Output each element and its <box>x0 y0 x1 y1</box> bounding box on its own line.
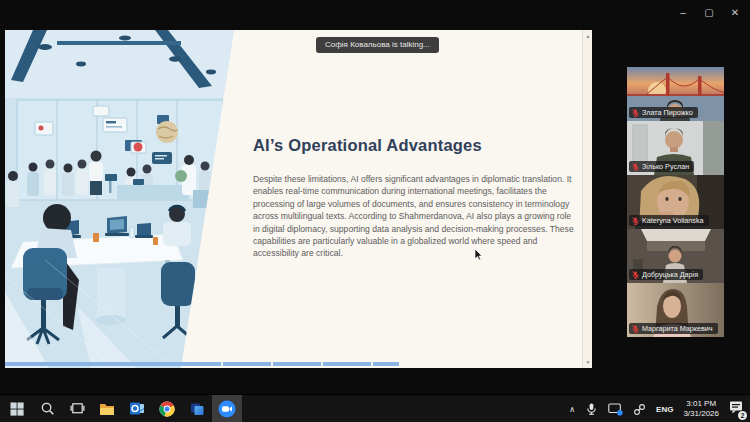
desktop: – ▢ ✕ <box>0 0 750 422</box>
participant-name-tag: Добруцька Дарія <box>629 269 703 280</box>
blue-squares-icon <box>189 401 205 417</box>
close-icon[interactable]: ✕ <box>722 3 748 23</box>
notification-count-badge: 2 <box>738 411 747 420</box>
video-thumbnail[interactable]: Маргарита Маркевич <box>627 283 724 337</box>
scroll-up-icon[interactable]: ▲ <box>583 31 592 41</box>
video-thumbnail[interactable]: Kateryna Volianska <box>627 175 724 229</box>
chrome-icon <box>159 401 175 417</box>
office-illustration <box>5 30 235 368</box>
folder-icon <box>99 402 115 416</box>
search-icon <box>40 401 55 416</box>
date: 3/31/2026 <box>683 409 719 419</box>
tray-link-icon[interactable] <box>629 395 650 422</box>
video-thumbnail[interactable]: Зілько Руслан <box>627 121 724 175</box>
chrome-button[interactable] <box>152 395 182 422</box>
scrollbar[interactable]: ▲ ▼ <box>582 30 592 368</box>
taskbar: ∧ ENG 3:01 PM3/31/2026 2 <box>0 394 750 422</box>
participant-name-tag: Злата Пирожко <box>629 107 698 118</box>
zoom-icon <box>218 400 236 418</box>
muted-mic-icon <box>632 217 639 225</box>
participant-name-tag: Kateryna Volianska <box>629 215 709 226</box>
muted-mic-icon <box>632 325 639 333</box>
muted-mic-icon <box>632 163 639 171</box>
participant-name-tag: Маргарита Маркевич <box>629 323 718 334</box>
muted-mic-icon <box>632 271 639 279</box>
outlook-button[interactable] <box>122 395 152 422</box>
tray-mic-icon[interactable] <box>581 395 602 422</box>
tray-expand-icon[interactable]: ∧ <box>565 395 579 422</box>
active-speaker-toast: Софія Ковальова is talking... <box>316 37 439 53</box>
presentation-slide: AI’s Operational Advantages Despite thes… <box>5 30 592 368</box>
video-thumbnail[interactable]: Добруцька Дарія <box>627 229 724 283</box>
task-view-button[interactable] <box>62 395 92 422</box>
task-view-icon <box>70 402 85 415</box>
outlook-icon <box>129 401 145 416</box>
muted-mic-icon <box>632 109 639 117</box>
shared-screen: AI’s Operational Advantages Despite thes… <box>5 30 592 368</box>
notification-center-button[interactable]: 2 <box>725 395 748 422</box>
participant-name-tag: Зілько Руслан <box>629 161 694 172</box>
restore-icon[interactable]: ▢ <box>696 3 722 23</box>
participants-strip: Злата Пирожко Зілько Руслан <box>627 67 724 337</box>
clock[interactable]: 3:01 PM3/31/2026 <box>679 395 723 422</box>
window-controls: – ▢ ✕ <box>670 3 748 23</box>
zoom-app-button[interactable] <box>212 395 242 422</box>
system-tray: ∧ ENG 3:01 PM3/31/2026 2 <box>565 395 748 422</box>
blue-app-button[interactable] <box>182 395 212 422</box>
tray-screen-share-icon[interactable] <box>604 395 627 422</box>
slide-bottom-bar <box>5 362 399 366</box>
slide-title: AI’s Operational Advantages <box>253 136 482 155</box>
mouse-cursor <box>474 247 483 265</box>
minimize-icon[interactable]: – <box>670 3 696 23</box>
start-button[interactable] <box>2 395 32 422</box>
video-thumbnail[interactable]: Злата Пирожко <box>627 67 724 121</box>
slide-body-text: Despite these limitations, AI offers sig… <box>253 173 580 260</box>
search-button[interactable] <box>32 395 62 422</box>
time: 3:01 PM <box>683 399 719 409</box>
language-indicator[interactable]: ENG <box>652 395 677 422</box>
scroll-down-icon[interactable]: ▼ <box>583 357 592 367</box>
file-explorer-button[interactable] <box>92 395 122 422</box>
